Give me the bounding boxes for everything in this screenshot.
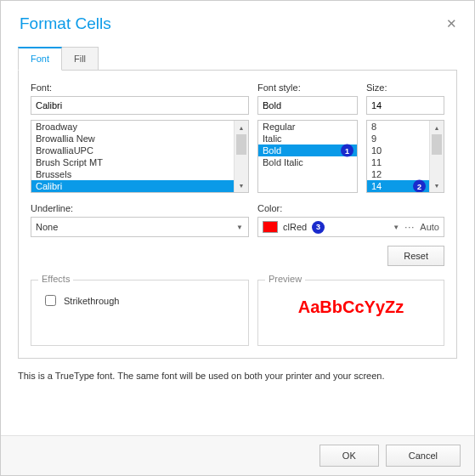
- titlebar: Format Cells ✕: [1, 1, 474, 42]
- scrollbar[interactable]: ▲ ▼: [429, 121, 444, 192]
- list-item[interactable]: 12: [367, 168, 429, 180]
- reset-button[interactable]: Reset: [387, 246, 444, 266]
- list-item[interactable]: Regular: [258, 121, 357, 133]
- style-label: Font style:: [257, 82, 358, 93]
- scroll-thumb[interactable]: [432, 134, 442, 155]
- scroll-down-icon[interactable]: ▼: [235, 178, 248, 192]
- list-item[interactable]: 11: [367, 156, 429, 168]
- effects-group-title: Effects: [38, 274, 73, 284]
- strikethrough-input[interactable]: [45, 295, 56, 306]
- list-item[interactable]: Bold Italic: [258, 156, 357, 168]
- scroll-up-icon[interactable]: ▲: [430, 121, 444, 134]
- style-listbox[interactable]: Regular Italic Bold 1 Bold Italic: [257, 120, 358, 193]
- list-item[interactable]: Brush Script MT: [31, 156, 234, 168]
- color-name: clRed: [283, 222, 307, 232]
- font-input[interactable]: [31, 96, 249, 115]
- auto-color-button[interactable]: Auto: [420, 222, 439, 232]
- callout-badge-1: 1: [341, 144, 353, 157]
- list-item[interactable]: 9: [367, 133, 429, 144]
- chevron-down-icon: ▼: [236, 224, 243, 231]
- preview-sample: AaBbCcYyZz: [269, 298, 433, 317]
- scroll-thumb[interactable]: [236, 134, 246, 155]
- callout-badge-2: 2: [413, 180, 426, 193]
- scroll-down-icon[interactable]: ▼: [430, 178, 444, 192]
- scrollbar[interactable]: ▲ ▼: [234, 121, 248, 192]
- list-item[interactable]: 10: [367, 144, 429, 156]
- color-swatch: [263, 221, 278, 233]
- strikethrough-checkbox[interactable]: Strikethrough: [42, 292, 238, 309]
- size-input[interactable]: [366, 96, 444, 115]
- format-cells-dialog: Format Cells ✕ Font Fill Font: Broadway …: [0, 0, 475, 476]
- size-label: Size:: [366, 82, 444, 93]
- scroll-up-icon[interactable]: ▲: [235, 121, 248, 134]
- callout-badge-3: 3: [312, 221, 325, 234]
- dialog-title: Format Cells: [20, 14, 111, 33]
- list-item-label: Bold: [263, 145, 281, 156]
- list-item[interactable]: Bold 1: [258, 144, 357, 156]
- dialog-footer: OK Cancel: [1, 435, 474, 475]
- list-item[interactable]: Italic: [258, 133, 357, 144]
- list-item[interactable]: BrowalliaUPC: [31, 144, 234, 156]
- list-item[interactable]: 14 2: [367, 180, 429, 192]
- list-item[interactable]: Broadway: [31, 121, 234, 133]
- tab-fill[interactable]: Fill: [61, 47, 99, 71]
- font-label: Font:: [31, 82, 249, 93]
- list-item-label: 14: [371, 181, 382, 191]
- preview-group-title: Preview: [265, 274, 305, 284]
- style-input[interactable]: [257, 96, 358, 115]
- list-item[interactable]: Browallia New: [31, 133, 234, 144]
- list-item[interactable]: 8: [367, 121, 429, 133]
- tab-panel: Font: Broadway Browallia New BrowalliaUP…: [18, 70, 457, 359]
- size-listbox[interactable]: 8 9 10 11 12 14 2 ▲ ▼: [366, 120, 444, 193]
- ok-button[interactable]: OK: [319, 445, 379, 467]
- underline-label: Underline:: [31, 203, 249, 213]
- more-colors-button[interactable]: ···: [404, 222, 415, 232]
- color-label: Color:: [257, 203, 444, 213]
- strikethrough-label: Strikethrough: [64, 296, 119, 306]
- cancel-button[interactable]: Cancel: [386, 445, 461, 467]
- underline-dropdown[interactable]: None ▼: [31, 217, 249, 237]
- chevron-down-icon[interactable]: ▼: [393, 224, 399, 231]
- tab-font[interactable]: Font: [18, 47, 62, 71]
- close-icon[interactable]: ✕: [443, 13, 461, 35]
- tab-strip: Font Fill: [18, 47, 474, 71]
- font-footnote: This is a TrueType font. The same font w…: [18, 371, 457, 381]
- list-item[interactable]: Calibri: [31, 180, 234, 192]
- color-picker[interactable]: clRed 3 ▼ ··· Auto: [257, 217, 444, 237]
- list-item[interactable]: Brussels: [31, 168, 234, 180]
- font-listbox[interactable]: Broadway Browallia New BrowalliaUPC Brus…: [31, 120, 249, 193]
- underline-value: None: [36, 222, 58, 232]
